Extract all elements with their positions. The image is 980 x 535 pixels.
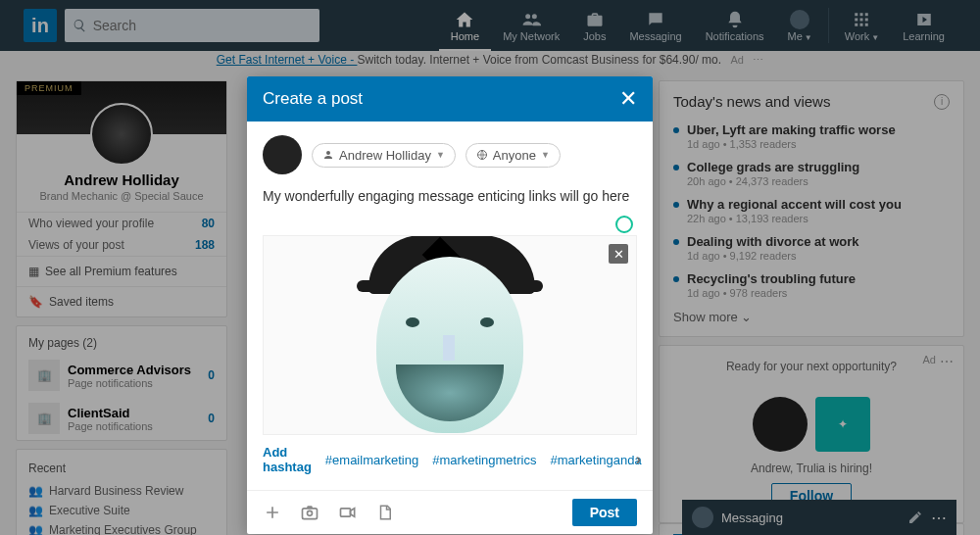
svg-point-2 xyxy=(308,511,313,515)
hashtag-suggestion[interactable]: #emailmarketing xyxy=(325,453,418,467)
post-text-input[interactable]: My wonderfully engaging message enticing… xyxy=(263,188,637,208)
person-icon xyxy=(322,149,334,161)
hashtag-next-button[interactable]: › xyxy=(636,451,641,468)
remove-attachment-button[interactable]: ✕ xyxy=(609,244,628,264)
svg-rect-1 xyxy=(303,509,318,519)
document-icon[interactable] xyxy=(376,503,394,522)
globe-icon xyxy=(476,149,488,161)
author-avatar[interactable] xyxy=(263,135,302,174)
create-post-modal: Create a post ✕ Andrew Holliday ▼ Anyone… xyxy=(247,76,653,534)
modal-header: Create a post ✕ xyxy=(247,76,653,122)
close-icon[interactable]: ✕ xyxy=(619,88,637,110)
chevron-down-icon: ▼ xyxy=(541,150,550,160)
svg-rect-3 xyxy=(341,509,351,516)
hashtag-suggestion[interactable]: #marketinganda xyxy=(550,453,641,467)
post-button[interactable]: Post xyxy=(572,499,637,526)
hashtag-suggestion[interactable]: #marketingmetrics xyxy=(432,453,536,467)
attachment-preview: ✕ xyxy=(263,235,637,435)
modal-title: Create a post xyxy=(263,89,363,109)
camera-icon[interactable] xyxy=(300,503,319,522)
modal-footer: Post xyxy=(247,490,653,534)
grammarly-icon[interactable] xyxy=(615,216,633,233)
visibility-selector[interactable]: Anyone ▼ xyxy=(466,143,561,168)
add-hashtag-button[interactable]: Add hashtag xyxy=(263,445,312,474)
add-icon[interactable] xyxy=(263,503,282,522)
author-selector[interactable]: Andrew Holliday ▼ xyxy=(312,143,456,168)
video-icon[interactable] xyxy=(337,503,359,522)
chevron-down-icon: ▼ xyxy=(436,150,445,160)
attached-image xyxy=(264,236,636,434)
